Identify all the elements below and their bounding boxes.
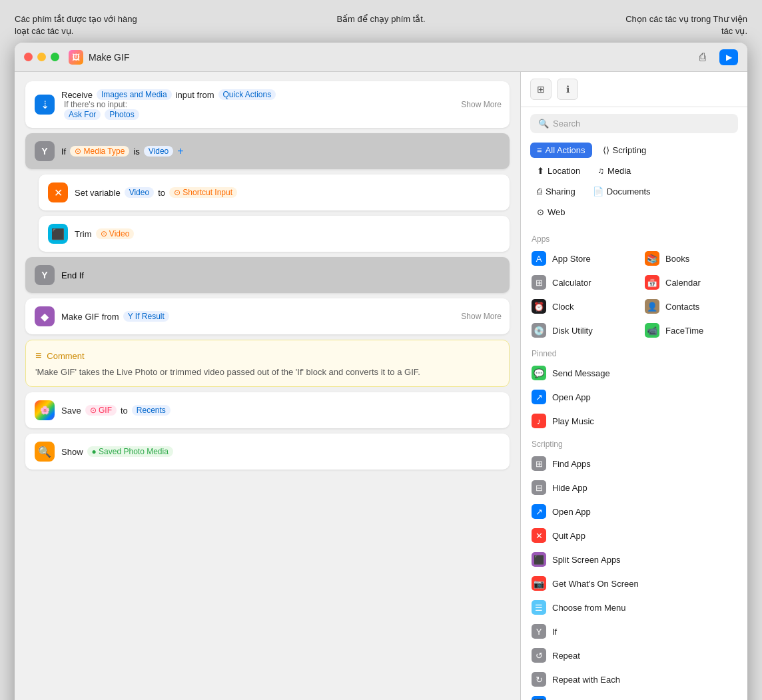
run-button[interactable]: ▶ (719, 49, 738, 65)
photos-token[interactable]: Photos (105, 109, 139, 120)
books-icon: 📚 (645, 251, 659, 266)
share-button[interactable]: ⎙ (693, 49, 713, 66)
make-gif-show-more[interactable]: Show More (461, 312, 502, 321)
titlebar: 🖼 Make GIF ⎙ ▶ (15, 43, 747, 72)
trim-icon: ⬛ (48, 224, 68, 244)
splitscreen-label: Split Screen Apps (552, 555, 621, 565)
make-gif-block[interactable]: ◆ Make GIF from Y If Result Show More (25, 298, 510, 334)
action-stopoutput[interactable]: ⬛ Stop and Output (521, 691, 747, 700)
cat-scripting[interactable]: ⟨⟩ Scripting (596, 143, 653, 158)
set-variable-block[interactable]: ✕ Set variable Video to ⊙ Shortcut Input (39, 175, 510, 210)
receive-token-images[interactable]: Images and Media (97, 89, 172, 100)
action-diskutility[interactable]: 💿 Disk Utility (521, 318, 634, 342)
getonscreen-label: Get What's On Screen (552, 579, 639, 589)
trim-content: Trim ⊙ Video (75, 228, 134, 239)
getonscreen-icon: 📷 (532, 576, 546, 591)
gif-token[interactable]: ⊙ GIF (85, 405, 117, 416)
receive-show-more[interactable]: Show More (461, 100, 502, 109)
no-input-label: If there's no input: (64, 100, 276, 109)
actions-header: ⊞ ℹ (521, 72, 747, 107)
action-sendmessage[interactable]: 💬 Send Message (521, 361, 747, 385)
choosemenu-icon: ☰ (532, 600, 546, 615)
action-facetime[interactable]: 📹 FaceTime (634, 318, 747, 342)
cat-location[interactable]: ⬆ Location (530, 163, 587, 178)
openapp2-label: Open App (552, 507, 591, 517)
contacts-label: Contacts (665, 302, 699, 312)
cat-all-actions[interactable]: ≡ All Actions (530, 143, 592, 158)
sendmessage-icon: 💬 (532, 366, 546, 380)
window-title: Make GIF (89, 52, 129, 63)
action-getonscreen[interactable]: 📷 Get What's On Screen (521, 571, 747, 595)
recents-token[interactable]: Recents (132, 405, 171, 416)
cat-documents[interactable]: 📄 Documents (586, 184, 657, 199)
minimize-button[interactable] (37, 53, 46, 61)
action-repeatwitheach[interactable]: ↻ Repeat with Each (521, 667, 747, 691)
show-block[interactable]: 🔍 Show ● Saved Photo Media (25, 434, 510, 470)
repeat-label: Repeat (552, 651, 580, 661)
calendar-label: Calendar (665, 278, 701, 288)
saved-photo-token[interactable]: ● Saved Photo Media (87, 446, 173, 457)
openapp2-icon: ↗ (532, 504, 546, 519)
location-icon: ⬆ (537, 166, 544, 176)
sharing-label: Sharing (546, 186, 575, 196)
action-contacts[interactable]: 👤 Contacts (634, 294, 747, 318)
diskutility-label: Disk Utility (552, 326, 593, 336)
action-calendar[interactable]: 📅 Calendar (634, 270, 747, 294)
video-token[interactable]: Video (144, 146, 173, 157)
workflow-panel: ⇣ Receive Images and Media input from Qu… (15, 72, 521, 700)
cat-sharing[interactable]: ⎙ Sharing (530, 184, 582, 199)
ask-for-token[interactable]: Ask For (64, 109, 101, 120)
save-block[interactable]: 🌸 Save ⊙ GIF to Recents (25, 392, 510, 428)
cat-media[interactable]: ♫ Media (591, 163, 637, 178)
action-repeat[interactable]: ↺ Repeat (521, 643, 747, 667)
library-icon-btn[interactable]: ⊞ (530, 79, 552, 100)
zoom-button[interactable] (51, 53, 59, 61)
action-splitscreen[interactable]: ⬛ Split Screen Apps (521, 547, 747, 571)
receive-label: Receive (61, 90, 93, 100)
action-calculator[interactable]: ⊞ Calculator (521, 270, 634, 294)
if-is: is (133, 147, 139, 157)
action-findapps[interactable]: ⊞ Find Apps (521, 452, 747, 476)
action-if[interactable]: Y If (521, 619, 747, 643)
action-hideapp[interactable]: ⊟ Hide App (521, 476, 747, 500)
quitapp-icon: ✕ (532, 528, 546, 543)
if-media-block[interactable]: Y If ⊙ Media Type is Video + (25, 133, 510, 169)
receive-token-quickactions[interactable]: Quick Actions (218, 89, 276, 100)
diskutility-icon: 💿 (532, 323, 546, 338)
action-openapp2[interactable]: ↗ Open App (521, 500, 747, 524)
comment-title: Comment (47, 351, 84, 361)
end-if-block[interactable]: Y End If (25, 257, 510, 293)
trim-block[interactable]: ⬛ Trim ⊙ Video (39, 216, 510, 252)
scripting-label: Scripting (613, 145, 647, 155)
info-btn[interactable]: ℹ (557, 79, 578, 100)
clock-icon: ⏰ (532, 299, 546, 314)
receive-block[interactable]: ⇣ Receive Images and Media input from Qu… (25, 81, 510, 128)
all-actions-label: All Actions (546, 145, 585, 155)
save-to: to (121, 406, 128, 416)
shortcut-input-token[interactable]: ⊙ Shortcut Input (169, 187, 237, 198)
action-choosemenu[interactable]: ☰ Choose from Menu (521, 595, 747, 619)
media-type-token[interactable]: ⊙ Media Type (70, 146, 129, 157)
action-books[interactable]: 📚 Books (634, 246, 747, 270)
action-clock[interactable]: ⏰ Clock (521, 294, 634, 318)
search-icon: 🔍 (538, 119, 549, 129)
all-actions-icon: ≡ (537, 145, 542, 155)
media-icon: ♫ (597, 166, 604, 176)
action-openapp-pinned[interactable]: ↗ Open App (521, 385, 747, 409)
section-apps: Apps (521, 228, 747, 246)
action-playmusic[interactable]: ♪ Play Music (521, 409, 747, 433)
findapps-label: Find Apps (552, 459, 591, 469)
if-plus-btn[interactable]: + (177, 145, 183, 157)
clock-label: Clock (552, 302, 574, 312)
action-quitapp[interactable]: ✕ Quit App (521, 524, 747, 547)
search-bar[interactable]: 🔍 Search (530, 114, 738, 133)
close-button[interactable] (24, 53, 33, 61)
trim-video-token[interactable]: ⊙ Video (96, 228, 135, 239)
set-var-token[interactable]: Video (125, 187, 154, 198)
if-result-token[interactable]: Y If Result (123, 311, 169, 322)
action-appstore[interactable]: A App Store (521, 246, 634, 270)
category-row-2: ⬆ Location ♫ Media (521, 161, 747, 181)
apps-grid: A App Store 📚 Books ⊞ Calculator 📅 Calen… (521, 246, 747, 342)
cat-web[interactable]: ⊙ Web (530, 204, 572, 220)
appstore-label: App Store (552, 254, 591, 264)
